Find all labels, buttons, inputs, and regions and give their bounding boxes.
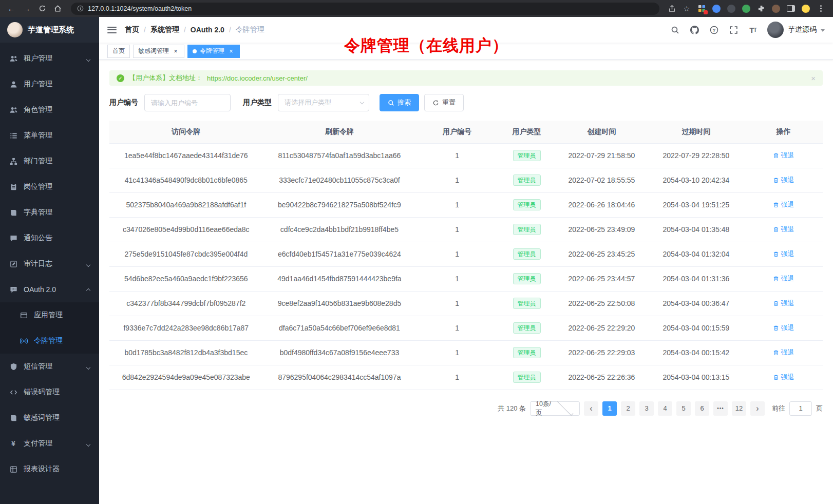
table-row: c342377bf8b344799dcbf7bf095287f2 9ce8ef2… xyxy=(109,291,823,316)
search-button[interactable]: 搜索 xyxy=(380,94,419,111)
doc-link[interactable]: https://doc.iocoder.cn/user-center/ xyxy=(207,74,308,82)
doc-alert: ✓ 【用户体系】文档地址： https://doc.iocoder.cn/use… xyxy=(109,70,823,86)
home-button[interactable] xyxy=(51,3,64,15)
close-icon[interactable]: × xyxy=(811,74,816,83)
tab-home[interactable]: 首页 xyxy=(107,45,130,58)
extensions-puzzle-icon[interactable] xyxy=(756,4,766,14)
bookmark-star-icon[interactable]: ☆ xyxy=(681,4,692,14)
page-button-6[interactable]: 6 xyxy=(695,401,709,416)
edit-log-icon xyxy=(9,260,17,268)
search-icon[interactable] xyxy=(670,25,680,35)
cell-expire-time: 2054-03-04 19:51:25 xyxy=(648,192,745,217)
page-button-4[interactable]: 4 xyxy=(658,401,672,416)
tab-token[interactable]: 令牌管理 × xyxy=(187,45,240,58)
sidebar-item-user[interactable]: 用户管理 xyxy=(0,71,99,97)
side-panel-icon[interactable] xyxy=(786,4,796,14)
page-button-12[interactable]: 12 xyxy=(732,401,746,416)
share-icon[interactable] xyxy=(667,4,677,14)
force-logout-button[interactable]: 强退 xyxy=(773,249,794,259)
prev-page-button[interactable]: ‹ xyxy=(584,401,598,416)
force-logout-button[interactable]: 强退 xyxy=(773,274,794,283)
sidebar-item-oauth2-token[interactable]: 令牌管理 xyxy=(0,328,99,354)
browser-extension-blue-icon[interactable] xyxy=(711,4,722,14)
user-type-label: 用户类型 xyxy=(243,98,272,107)
cell-created-time: 2022-07-29 21:58:50 xyxy=(555,143,648,168)
user-name: 芋道源码 xyxy=(788,25,817,34)
browser-extension-dark-icon[interactable] xyxy=(726,4,736,14)
cell-refresh-token: 811c530487574fa0af1a59d3abc1aa66 xyxy=(263,143,416,168)
sidebar-item-dict[interactable]: 字典管理 xyxy=(0,200,99,225)
cell-created-time: 2022-06-25 22:29:20 xyxy=(555,316,648,340)
goto-page-input[interactable] xyxy=(789,401,812,416)
browser-extension-paw-icon[interactable] xyxy=(771,4,781,14)
user-type-select[interactable]: 请选择用户类型 xyxy=(278,94,369,111)
sidebar-item-role[interactable]: 角色管理 xyxy=(0,97,99,123)
breadcrumb-home[interactable]: 首页 xyxy=(125,25,139,34)
delete-icon xyxy=(773,177,779,183)
close-icon[interactable]: × xyxy=(228,48,235,55)
app-window-icon xyxy=(20,311,28,319)
sidebar-item-oauth2[interactable]: OAuth 2.0 xyxy=(0,277,99,302)
sidebar-item-audit-log[interactable]: 审计日志 xyxy=(0,251,99,277)
sidebar-item-pay[interactable]: ¥ 支付管理 xyxy=(0,431,99,456)
force-logout-button[interactable]: 强退 xyxy=(773,373,794,382)
page-button-2[interactable]: 2 xyxy=(621,401,635,416)
close-icon[interactable]: × xyxy=(172,48,179,55)
token-table: 访问令牌 刷新令牌 用户编号 用户类型 创建时间 过期时间 操作 1ea5e44… xyxy=(109,121,823,390)
cell-refresh-token: e6cfd40eb1f54571a31e775e039c4624 xyxy=(263,242,416,266)
notification-badge xyxy=(704,10,708,14)
fullscreen-icon[interactable] xyxy=(728,25,739,35)
sidebar-item-sensitive-word[interactable]: 敏感词管理 xyxy=(0,405,99,431)
force-logout-button[interactable]: 强退 xyxy=(773,200,794,209)
page-button-3[interactable]: 3 xyxy=(639,401,654,416)
goto-suffix: 页 xyxy=(816,404,823,413)
logo-avatar xyxy=(7,22,23,37)
forward-button[interactable]: → xyxy=(21,3,33,15)
extension-updates-icon[interactable] xyxy=(696,4,707,14)
force-logout-button[interactable]: 强退 xyxy=(773,176,794,185)
back-button[interactable]: ← xyxy=(5,3,17,15)
sidebar-item-notice[interactable]: 通知公告 xyxy=(0,225,99,251)
help-icon[interactable]: ? xyxy=(709,25,719,35)
next-page-button[interactable]: › xyxy=(750,401,765,416)
sidebar-item-post[interactable]: 岗位管理 xyxy=(0,174,99,200)
site-info-icon[interactable] xyxy=(77,5,84,12)
user-menu[interactable]: 芋道源码 xyxy=(767,22,825,38)
user-type-tag: 管理员 xyxy=(513,372,541,383)
reload-button[interactable] xyxy=(36,3,48,15)
sidebar-item-dept[interactable]: 部门管理 xyxy=(0,148,99,174)
font-size-icon[interactable]: TT xyxy=(748,25,758,35)
breadcrumb-oauth2[interactable]: OAuth 2.0 xyxy=(191,26,224,34)
sidebar-item-report-designer[interactable]: 报表设计器 xyxy=(0,456,99,482)
force-logout-button[interactable]: 强退 xyxy=(773,323,794,333)
page-button-5[interactable]: 5 xyxy=(676,401,691,416)
cell-created-time: 2022-06-25 22:29:03 xyxy=(555,340,648,365)
user-id-input[interactable] xyxy=(144,94,231,111)
sidebar-item-sms[interactable]: 短信管理 xyxy=(0,354,99,379)
breadcrumb-system[interactable]: 系统管理 xyxy=(150,25,179,34)
svg-text:?: ? xyxy=(712,27,715,32)
dictionary-icon xyxy=(9,414,17,422)
chat-auth-icon xyxy=(9,285,17,294)
force-logout-button[interactable]: 强退 xyxy=(773,225,794,234)
github-icon[interactable] xyxy=(689,25,699,35)
hamburger-icon[interactable] xyxy=(107,25,117,35)
sidebar-item-oauth2-app[interactable]: 应用管理 xyxy=(0,302,99,328)
app-logo[interactable]: 芋道管理系统 xyxy=(0,17,99,43)
sidebar-item-menu[interactable]: 菜单管理 xyxy=(0,123,99,148)
force-logout-button[interactable]: 强退 xyxy=(773,151,794,160)
page-button-1[interactable]: 1 xyxy=(602,401,617,416)
browser-menu-icon[interactable] xyxy=(816,4,826,14)
profile-avatar-icon[interactable] xyxy=(801,4,811,14)
address-bar[interactable]: 127.0.0.1:1024/system/oauth2/token xyxy=(71,3,659,15)
force-logout-button[interactable]: 强退 xyxy=(773,348,794,357)
reset-button[interactable]: 重置 xyxy=(424,94,464,111)
browser-extension-green-icon[interactable] xyxy=(741,4,751,14)
browser-toolbar: ← → 127.0.0.1:1024/system/oauth2/token ☆ xyxy=(0,0,833,17)
sidebar-item-error-code[interactable]: 错误码管理 xyxy=(0,379,99,405)
tab-sensitive-word[interactable]: 敏感词管理 × xyxy=(133,45,184,58)
sidebar-item-tenant[interactable]: 租户管理 xyxy=(0,46,99,71)
page-size-select[interactable]: 10条/页 xyxy=(530,401,580,416)
more-pages-button[interactable]: ••• xyxy=(713,401,728,416)
force-logout-button[interactable]: 强退 xyxy=(773,299,794,308)
